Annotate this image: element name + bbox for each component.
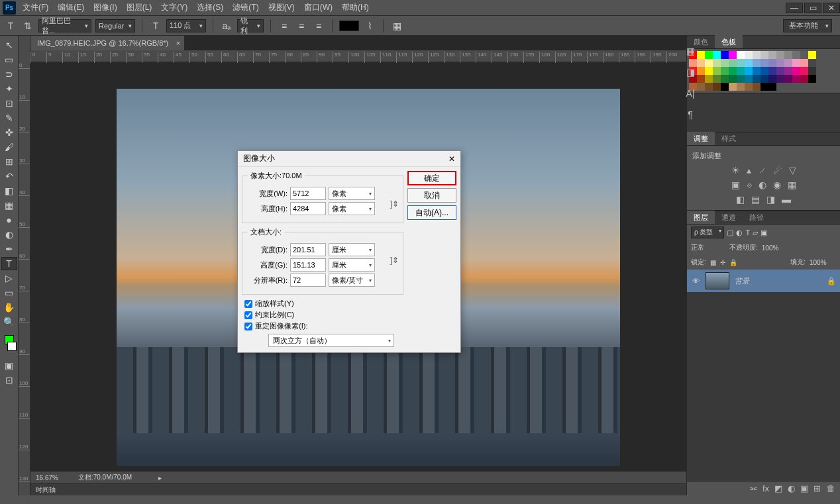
link-doc-icon[interactable]: ]⇕ [390, 256, 399, 265]
swatch-cell[interactable] [800, 83, 808, 91]
height-cm-unit[interactable]: 厘米 [329, 258, 375, 272]
dodge-tool[interactable]: ◐ [1, 228, 17, 241]
lasso-tool[interactable]: ⊃ [1, 68, 17, 81]
lock-position-icon[interactable]: ✛ [720, 259, 725, 266]
swatch-cell[interactable] [745, 51, 753, 59]
swatch-cell[interactable] [745, 67, 753, 75]
swatch-cell[interactable] [753, 83, 761, 91]
swatch-cell[interactable] [800, 51, 808, 59]
swatch-cell[interactable] [753, 75, 761, 83]
swatch-cell[interactable] [808, 75, 816, 83]
swatch-cell[interactable] [792, 75, 800, 83]
brightness-icon[interactable]: ☀ [731, 165, 740, 176]
bw-icon[interactable]: ◐ [759, 179, 766, 190]
swatch-cell[interactable] [768, 67, 776, 75]
swatch-cell[interactable] [753, 59, 761, 67]
swatch-cell[interactable] [705, 75, 713, 83]
healing-tool[interactable]: ✜ [1, 126, 17, 139]
opacity-input[interactable]: 100% [762, 244, 788, 252]
new-group-icon[interactable]: ▣ [800, 483, 808, 493]
lock-all-icon[interactable]: 🔒 [729, 259, 737, 266]
move-tool[interactable]: ↖ [1, 38, 17, 52]
swatch-cell[interactable] [705, 51, 713, 59]
menu-view[interactable]: 视图(V) [268, 2, 295, 13]
swatch-cell[interactable] [768, 75, 776, 83]
zoom-level[interactable]: 16.67% [36, 474, 58, 481]
swatch-cell[interactable] [761, 67, 768, 75]
new-adjust-layer-icon[interactable]: ◐ [788, 483, 795, 493]
lock-pixels-icon[interactable]: ▦ [710, 259, 716, 266]
menu-layer[interactable]: 图层(L) [127, 2, 152, 13]
close-window-button[interactable]: ✕ [823, 3, 840, 13]
swatch-cell[interactable] [784, 67, 792, 75]
swatch-cell[interactable] [808, 59, 816, 67]
swatch-cell[interactable] [792, 67, 800, 75]
font-family-select[interactable]: 阿里巴巴普... [38, 19, 91, 32]
swatches-icon[interactable]: ▦ [684, 41, 697, 61]
eyedropper-tool[interactable]: ✎ [1, 111, 17, 125]
height-px-input[interactable] [290, 202, 326, 215]
swatch-cell[interactable] [729, 75, 737, 83]
screenmode-tool[interactable]: ⊡ [1, 374, 17, 387]
layer-filter-type[interactable]: ρ 类型 [691, 227, 724, 238]
maximize-button[interactable]: ▭ [804, 3, 821, 13]
dialog-titlebar[interactable]: 图像大小 ✕ [238, 151, 460, 167]
layer-row-background[interactable]: 👁 背景 🔒 [687, 270, 840, 292]
swatch-cell[interactable] [721, 67, 729, 75]
toggle-orientation-icon[interactable]: ⇅ [21, 19, 34, 32]
swatch-cell[interactable] [768, 83, 776, 91]
swatch-cell[interactable] [768, 51, 776, 59]
layer-thumbnail[interactable] [706, 272, 729, 289]
photo-filter-icon[interactable]: ◉ [773, 179, 781, 190]
menu-help[interactable]: 帮助(H) [342, 2, 369, 13]
swatch-cell[interactable] [776, 59, 784, 67]
close-tab-icon[interactable]: × [176, 39, 180, 47]
vibrance-icon[interactable]: ▽ [789, 165, 796, 176]
eraser-tool[interactable]: ◧ [1, 184, 17, 197]
resample-checkbox[interactable] [244, 323, 252, 330]
swatch-cell[interactable] [713, 83, 721, 91]
filter-smart-icon[interactable]: ▣ [761, 228, 767, 237]
swatch-cell[interactable] [729, 67, 737, 75]
swatch-cell[interactable] [808, 67, 816, 75]
marquee-tool[interactable]: ▭ [1, 53, 17, 66]
swatch-cell[interactable] [776, 67, 784, 75]
hue-icon[interactable]: ▣ [731, 179, 740, 190]
swatch-cell[interactable] [808, 51, 816, 59]
colorbal-icon[interactable]: ⟐ [747, 179, 752, 190]
width-px-input[interactable] [290, 187, 326, 200]
zoom-tool[interactable]: 🔍 [1, 315, 17, 328]
swatch-cell[interactable] [721, 83, 729, 91]
width-cm-unit[interactable]: 厘米 [329, 243, 375, 256]
swatch-cell[interactable] [705, 59, 713, 67]
swatch-cell[interactable] [745, 75, 753, 83]
swatch-cell[interactable] [729, 83, 737, 91]
swatch-cell[interactable] [737, 67, 745, 75]
document-tab[interactable]: IMG_0879.HEIC.JPG @ 16.7%(RGB/8*) × [30, 36, 185, 50]
menu-filter[interactable]: 滤镜(T) [233, 2, 258, 13]
layers-tab[interactable]: 图层 [687, 211, 715, 224]
constrain-checkbox[interactable] [244, 311, 252, 319]
swatch-cell[interactable] [745, 83, 753, 91]
channels-tab[interactable]: 通道 [715, 211, 743, 224]
ok-button[interactable]: 确定 [407, 171, 456, 185]
gradient-map-icon[interactable]: ▬ [782, 194, 791, 205]
swatch-cell[interactable] [776, 51, 784, 59]
filter-image-icon[interactable]: ▢ [727, 228, 733, 237]
swatch-cell[interactable] [729, 51, 737, 59]
swatch-cell[interactable] [784, 59, 792, 67]
swatch-cell[interactable] [792, 59, 800, 67]
background-color[interactable] [7, 342, 17, 351]
swatch-cell[interactable] [800, 59, 808, 67]
dialog-close-icon[interactable]: ✕ [448, 154, 455, 164]
swatch-cell[interactable] [745, 59, 753, 67]
swatch-cell[interactable] [713, 75, 721, 83]
shape-tool[interactable]: ▭ [1, 286, 17, 299]
swatch-cell[interactable] [761, 59, 768, 67]
swatch-cell[interactable] [737, 75, 745, 83]
swatch-cell[interactable] [713, 59, 721, 67]
swatch-cell[interactable] [729, 59, 737, 67]
swatch-cell[interactable] [776, 83, 784, 91]
swatch-cell[interactable] [784, 75, 792, 83]
height-px-unit[interactable]: 像素 [329, 202, 375, 215]
